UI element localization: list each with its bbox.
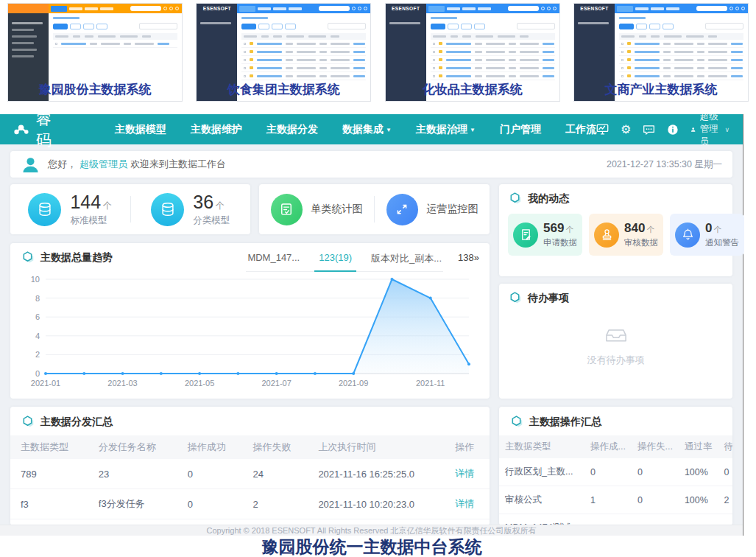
detail-link[interactable]: 详情 (448, 459, 490, 489)
chart-element (390, 278, 393, 281)
nav-item-portal[interactable]: 门户管理 (500, 123, 541, 136)
mini-skeleton (331, 35, 339, 38)
mini-skeleton (731, 51, 743, 53)
mini-skeleton (697, 75, 704, 77)
greeting-username[interactable]: 超级管理员 (80, 158, 127, 171)
mini-skeleton (627, 42, 631, 45)
tab-123[interactable]: 123(19) (319, 252, 352, 265)
chart-element (275, 372, 278, 375)
table-cell: 100% (679, 514, 718, 526)
mini-skeleton (139, 23, 177, 29)
nav-item-governance[interactable]: 主数据治理▼ (416, 123, 476, 136)
mini-skeleton (319, 75, 327, 77)
operations-table: 主数据类型操作成...操作失...通过率待审批 行政区划_主数...00100%… (499, 435, 732, 525)
operations-title: 主数据操作汇总 (529, 416, 601, 429)
dashboard-window: 睿码 主数据模型 主数据维护 主数据分发 数据集成▼ 主数据治理▼ 门户管理 工… (0, 114, 743, 536)
mini-skeleton (447, 7, 460, 10)
chart-element (429, 297, 432, 300)
nav-item-maintain[interactable]: 主数据维护 (191, 123, 242, 136)
mini-skeleton (308, 35, 326, 38)
mini-skeleton (708, 67, 727, 69)
mini-skeleton (431, 17, 457, 19)
mini-skeleton (241, 72, 366, 80)
info-icon[interactable] (667, 123, 679, 136)
review-data-stat[interactable]: 840个 审核数据 (589, 214, 663, 256)
table-cell: f3 (10, 489, 91, 519)
table-cell: 2 (718, 486, 732, 514)
single-class-chart-link[interactable]: 单类统计图 (259, 194, 374, 225)
mini-skeleton (635, 7, 649, 10)
mini-skeleton (12, 29, 34, 31)
mini-skeleton (431, 33, 555, 40)
table-row: f3f3分发任务022021-11-10 10:20:23.0详情 (10, 489, 490, 519)
table-row: 审核公式10100%2 (499, 486, 732, 514)
mini-skeleton (239, 6, 255, 12)
mini-caption: 化妆品主数据系统 (385, 81, 560, 98)
column-header: 操作成... (584, 435, 632, 458)
mini-skeleton (286, 67, 293, 69)
table-cell: 100% (679, 486, 718, 514)
mini-skeleton (621, 51, 623, 53)
mini-skeleton (439, 66, 442, 69)
nav-item-integration[interactable]: 数据集成▼ (342, 123, 392, 136)
monitor-icon[interactable] (596, 123, 609, 136)
nav-item-dispatch[interactable]: 主数据分发 (266, 123, 318, 136)
tab-mdm147[interactable]: MDM_147... (247, 252, 300, 265)
detail-link[interactable]: 详情 (448, 489, 490, 519)
mini-skeleton (250, 74, 253, 77)
mini-skeleton (708, 43, 727, 45)
mini-skeleton (286, 75, 293, 77)
hexagon-icon (509, 415, 523, 429)
comment-icon[interactable] (643, 123, 655, 136)
tab-version-compare[interactable]: 版本对比_副本... (371, 252, 442, 265)
trend-area-chart: 02468102021-012021-032021-052021-072021-… (21, 272, 478, 390)
table-cell: 0 (584, 458, 632, 486)
chart-element: 2 (35, 350, 40, 359)
mini-skeleton (297, 59, 316, 61)
table-cell: f3分发任务 (91, 489, 180, 519)
mini-skeleton (241, 48, 366, 56)
nav-right: ⚙ (596, 111, 729, 148)
table-cell: 789 (10, 459, 91, 489)
mini-skeleton (352, 7, 356, 10)
operation-monitor-link[interactable]: 运营监控图 (375, 194, 490, 225)
mini-skeleton (509, 67, 516, 69)
chevron-down-icon: ▼ (470, 127, 476, 133)
mini-skeleton (666, 7, 679, 10)
mini-skeleton (200, 22, 231, 24)
mini-skeleton (158, 43, 169, 45)
mini-skeleton (509, 75, 516, 77)
nav-item-model[interactable]: 主数据模型 (115, 123, 166, 136)
table-cell: 0 (180, 489, 246, 519)
mini-skeleton (286, 59, 293, 61)
mini-skeleton (509, 43, 516, 45)
chart-element (352, 372, 355, 375)
mini-skeleton (353, 67, 365, 69)
gear-icon[interactable]: ⚙ (621, 123, 631, 136)
tabs-more-button[interactable]: 138» (458, 251, 479, 263)
mini-skeleton (446, 59, 471, 61)
mini-skeleton (543, 67, 554, 69)
mini-skeleton (433, 75, 435, 77)
mini-skeleton (130, 6, 161, 11)
mini-skeleton (486, 67, 505, 69)
chart-element: 6 (35, 312, 40, 321)
todo-title: 待办事项 (528, 292, 569, 305)
mini-skeleton (674, 51, 693, 53)
trend-chart-card: 主数据总量趋势 MDM_147... 123(19) 版本对比_副本... 13… (10, 243, 490, 399)
mini-skeleton (553, 7, 557, 10)
apply-data-stat[interactable]: 569个 申请数据 (508, 214, 582, 256)
mini-skeleton (431, 23, 555, 29)
my-activity-title: 我的动态 (528, 192, 569, 206)
user-menu[interactable]: 超级管理员 ∨ (690, 111, 729, 148)
mini-skeleton: ESENSOFT (574, 4, 615, 13)
column-header: 上次执行时间 (311, 435, 448, 459)
table-cell: 0 (718, 458, 732, 486)
mini-system-catering: ESENSOFT 饮食集团主数据系统 (196, 3, 371, 102)
mini-skeleton (664, 35, 682, 38)
nav-item-workflow[interactable]: 工作流 (565, 123, 596, 136)
notify-warning-stat[interactable]: 0个 通知警告 (670, 214, 744, 256)
mini-skeleton (257, 75, 282, 77)
mini-skeleton (543, 43, 554, 45)
operations-table-header: 主数据类型操作成...操作失...通过率待审批 (499, 435, 732, 458)
